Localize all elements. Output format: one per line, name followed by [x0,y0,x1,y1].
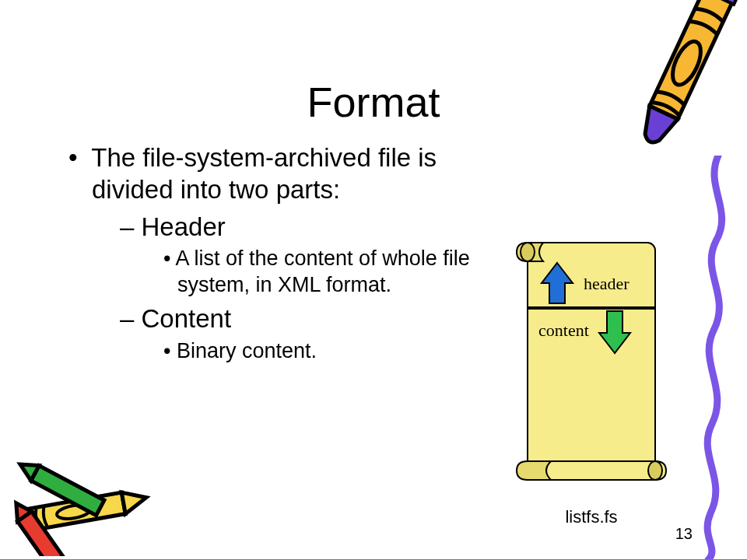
bullet-header-detail: A list of the content of whole file syst… [62,246,482,299]
scroll-diagram: header content listfs.fs [514,226,669,527]
page-number: 13 [675,525,693,543]
svg-point-8 [521,243,535,261]
diagram-header-label: header [584,274,630,293]
scroll-icon: header content [514,226,669,498]
bullet-header: Header [62,211,482,243]
bullet-main: The file-system-archived file is divided… [62,142,482,206]
crayons-icon [0,439,163,556]
crayon-icon [615,0,747,167]
diagram-content-label: content [538,320,589,340]
bullet-content-detail: Binary content. [62,338,482,365]
diagram-caption: listfs.fs [514,507,669,527]
slide-body: The file-system-archived file is divided… [62,142,482,364]
squiggle-line-icon [696,156,739,560]
slide: Format The file-system-archived file is … [0,0,747,560]
svg-point-9 [648,461,662,480]
bullet-content: Content [62,303,482,334]
